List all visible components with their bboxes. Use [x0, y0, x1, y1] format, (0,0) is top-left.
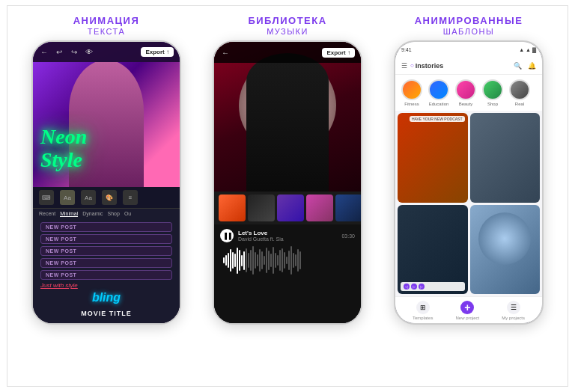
- music-section: БИБЛИОТЕКА МУЗЫКИ ← Export ↑: [201, 13, 374, 379]
- preset-3[interactable]: NEW POST: [40, 246, 172, 256]
- wave-bar: [266, 248, 267, 273]
- wave-bar: [228, 253, 229, 268]
- bottom-projects-label: My projects: [502, 316, 525, 320]
- export-button[interactable]: Export ↑: [141, 47, 174, 57]
- wave-bar: [282, 248, 283, 272]
- preview-icon[interactable]: 👁: [84, 46, 94, 57]
- animation-title-sub: ТЕКСТА: [73, 27, 140, 36]
- bell-icon[interactable]: 🔔: [528, 62, 536, 70]
- style-icon[interactable]: ≡: [123, 190, 138, 205]
- menu-icon[interactable]: ☰: [401, 62, 407, 70]
- wave-bar: [295, 254, 296, 266]
- color-icon[interactable]: 🎨: [102, 190, 117, 205]
- grid-template-4[interactable]: [470, 205, 541, 295]
- thumb-1[interactable]: [219, 195, 246, 221]
- back-icon[interactable]: ←: [39, 46, 49, 57]
- preset-1[interactable]: NEW POST: [40, 222, 172, 232]
- category-beauty[interactable]: Beauty: [455, 79, 476, 106]
- category-fitness[interactable]: Fitness: [401, 79, 422, 106]
- wave-bar: [232, 252, 234, 269]
- song-artist: David Guetta ft. Sia: [238, 236, 337, 242]
- tab-dynamic[interactable]: Dynamic: [82, 211, 103, 217]
- phone1-frame: ← ↩ ↪ 👁 Export ↑ Neon Style: [31, 40, 181, 325]
- play-button[interactable]: ▐▐: [220, 229, 234, 242]
- preset-special[interactable]: Just with style: [40, 282, 172, 289]
- mini-controls: ◁ ▷ ▷: [404, 284, 425, 290]
- templates-grid: HAVE YOUR NEW PODCAST ◁ ▷ ▷: [395, 111, 542, 296]
- cat-circle-beauty: [455, 79, 476, 100]
- header-right-icons: 🔍 🔔: [514, 62, 536, 70]
- projects-icon: ☰: [507, 301, 520, 314]
- music-player: ▐▐ Let's Love David Guetta ft. Sia 03:30: [214, 224, 361, 323]
- song-time: 03:30: [341, 233, 355, 239]
- bottom-my-projects[interactable]: ☰ My projects: [502, 301, 525, 320]
- wave-bar: [259, 249, 261, 272]
- keyboard-icon[interactable]: ⌨: [39, 190, 54, 205]
- grid-template-1[interactable]: HAVE YOUR NEW PODCAST: [398, 113, 468, 203]
- preset-4[interactable]: NEW POST: [40, 258, 172, 268]
- category-education[interactable]: Education: [428, 79, 449, 106]
- thumb-3[interactable]: [277, 195, 304, 221]
- grid-template-2[interactable]: [470, 113, 541, 203]
- instories-logo-area: ○ Instories: [410, 62, 443, 70]
- search-icon[interactable]: 🔍: [514, 62, 522, 70]
- neon-text: Neon Style: [40, 126, 87, 172]
- cat-circle-real: [509, 79, 530, 100]
- phones-row: АНИМАЦИЯ ТЕКСТА ← ↩ ↪ 👁 Export ↑: [11, 13, 564, 379]
- wave-bar: [225, 255, 227, 266]
- animation-tab-icon[interactable]: Aа: [60, 190, 75, 205]
- mini-prev[interactable]: ◁: [404, 284, 410, 290]
- wave-bar: [246, 248, 247, 272]
- music-title: БИБЛИОТЕКА МУЗЫКИ: [248, 13, 326, 36]
- wave-bar: [299, 251, 301, 269]
- thumb-5[interactable]: [335, 195, 361, 221]
- toolbar-left-icons: ← ↩ ↪ 👁: [39, 46, 94, 57]
- category-real[interactable]: Real: [509, 79, 530, 106]
- thumb-2[interactable]: [248, 195, 275, 221]
- wave-bar: [275, 253, 276, 268]
- tab-minimal[interactable]: Minimal: [60, 211, 78, 217]
- movie-title-text: MOVIE TITLE: [40, 307, 172, 320]
- wave-bar: [257, 254, 258, 266]
- player-controls: ▐▐ Let's Love David Guetta ft. Sia 03:30: [220, 229, 355, 242]
- plus-icon: +: [460, 301, 474, 314]
- main-container: АНИМАЦИЯ ТЕКСТА ← ↩ ↪ 👁 Export ↑: [7, 5, 568, 387]
- templates-title-main: АНИМИРОВАННЫЕ: [415, 15, 523, 26]
- tab-recent[interactable]: Recent: [39, 211, 55, 217]
- cat-circle-education: [428, 79, 449, 100]
- header-left: ☰ ○ Instories: [401, 62, 443, 70]
- mini-play[interactable]: ▷: [411, 284, 417, 290]
- redo-icon[interactable]: ↪: [69, 46, 79, 57]
- animation-section: АНИМАЦИЯ ТЕКСТА ← ↩ ↪ 👁 Export ↑: [20, 13, 192, 379]
- wave-bar: [248, 253, 249, 268]
- wave-bar: [268, 251, 270, 270]
- wave-bar: [223, 257, 225, 263]
- preset-2[interactable]: NEW POST: [40, 234, 172, 244]
- wave-bar: [270, 254, 272, 267]
- bottom-new-project[interactable]: + New project: [455, 301, 479, 320]
- wave-bar: [284, 252, 285, 269]
- wave-bar: [279, 250, 281, 271]
- bottom-templates[interactable]: ⊞ Templates: [413, 301, 433, 320]
- text-size-icon[interactable]: Aa: [81, 190, 96, 205]
- wave-bar: [234, 254, 236, 267]
- category-shop[interactable]: Shop: [482, 79, 503, 106]
- tab-other[interactable]: Ou: [124, 211, 131, 217]
- undo-icon[interactable]: ↩: [54, 46, 64, 57]
- wave-bar: [230, 249, 231, 272]
- wave-bar: [264, 256, 265, 265]
- mini-next[interactable]: ▷: [419, 284, 425, 290]
- templates-title: АНИМИРОВАННЫЕ ШАБЛОНЫ: [415, 13, 523, 36]
- tab-shop[interactable]: Shop: [108, 211, 120, 217]
- preset-5[interactable]: NEW POST: [40, 270, 172, 280]
- grid-template-3[interactable]: ◁ ▷ ▷: [398, 205, 468, 295]
- p2-back-icon[interactable]: ←: [220, 47, 231, 58]
- wave-bar: [252, 246, 254, 275]
- instories-header: ☰ ○ Instories 🔍 🔔: [395, 57, 542, 75]
- p2-export-button[interactable]: Export ↑: [322, 48, 355, 58]
- thumb-4[interactable]: [306, 195, 333, 221]
- wave-bar: [273, 247, 274, 274]
- wave-bar: [277, 255, 279, 266]
- wave-bar: [297, 249, 299, 272]
- thumbnail-row: [214, 192, 361, 224]
